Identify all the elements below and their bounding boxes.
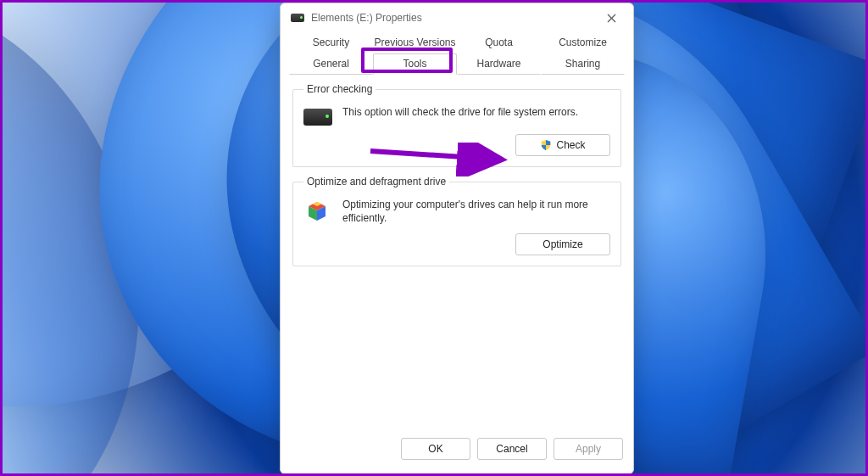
apply-button[interactable]: Apply — [554, 438, 623, 460]
tab-customize[interactable]: Customize — [541, 32, 625, 53]
optimize-button[interactable]: Optimize — [515, 233, 610, 255]
tab-tools[interactable]: Tools — [373, 53, 457, 75]
titlebar: Elements (E:) Properties — [281, 3, 633, 32]
close-icon — [607, 14, 616, 23]
optimize-description: Optimizing your computer's drives can he… — [342, 198, 610, 225]
drive-icon — [291, 14, 304, 22]
tab-quota[interactable]: Quota — [457, 32, 541, 53]
window-title: Elements (E:) Properties — [311, 12, 422, 24]
uac-shield-icon — [540, 139, 552, 151]
tabs: Security Previous Versions Quota Customi… — [281, 32, 633, 75]
tab-row-1: Security Previous Versions Quota Customi… — [289, 32, 625, 53]
group-error-checking: Error checking This option will check th… — [292, 83, 621, 167]
ok-button[interactable]: OK — [401, 438, 470, 460]
screenshot-frame: Elements (E:) Properties Security Previo… — [0, 0, 868, 476]
tab-general[interactable]: General — [289, 53, 373, 75]
group-legend: Optimize and defragment drive — [303, 176, 449, 188]
close-button[interactable] — [593, 5, 630, 31]
tab-sharing[interactable]: Sharing — [541, 53, 625, 75]
tab-security[interactable]: Security — [289, 32, 373, 53]
group-optimize: Optimize and defragment drive Optim — [292, 176, 621, 266]
check-button-label: Check — [556, 139, 585, 151]
check-button[interactable]: Check — [515, 134, 610, 156]
defrag-icon — [303, 199, 332, 225]
drive-icon — [303, 109, 332, 126]
tab-row-2: General Tools Hardware Sharing — [289, 53, 625, 75]
dialog-footer: OK Cancel Apply — [281, 433, 633, 473]
tab-content-tools: Error checking This option will check th… — [281, 75, 633, 433]
properties-window: Elements (E:) Properties Security Previo… — [280, 3, 634, 474]
tab-previous-versions[interactable]: Previous Versions — [373, 32, 457, 53]
optimize-button-label: Optimize — [542, 238, 582, 250]
cancel-button[interactable]: Cancel — [477, 438, 547, 460]
group-legend: Error checking — [303, 83, 376, 95]
error-checking-description: This option will check the drive for fil… — [342, 105, 610, 119]
tab-hardware[interactable]: Hardware — [457, 53, 541, 75]
